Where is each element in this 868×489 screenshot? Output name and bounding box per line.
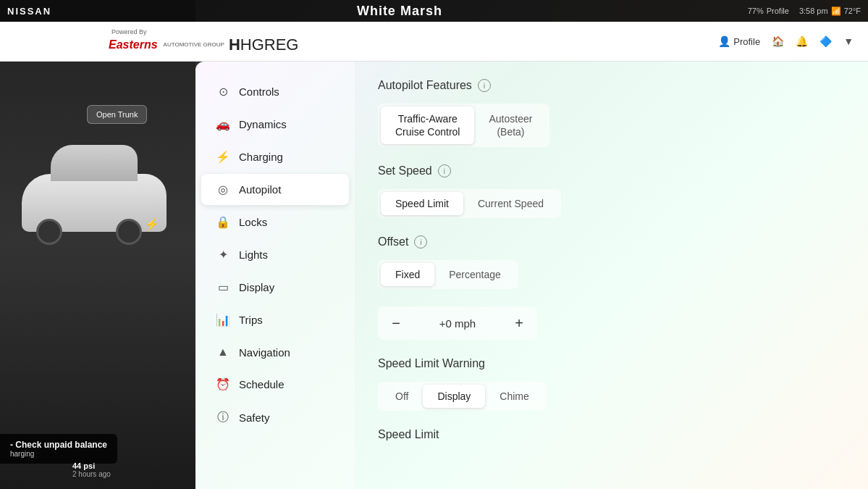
charging-icon: ⚡: [216, 150, 230, 164]
current-speed-button[interactable]: Current Speed: [463, 192, 558, 215]
sidebar-label-charging: Charging: [239, 151, 283, 163]
bluetooth-nav-item[interactable]: 🔷: [819, 35, 832, 47]
offset-stepper: − +0 mph +: [378, 306, 537, 340]
open-trunk-area: Open Trunk: [87, 105, 147, 124]
autopilot-features-label: Autopilot Features: [378, 79, 472, 92]
dynamics-icon: 🚗: [216, 117, 230, 131]
autopilot-features-toggle-group: Traffic-AwareCruise Control Autosteer(Be…: [378, 104, 549, 147]
profile-label: Profile: [767, 7, 789, 15]
autopilot-icon: ◎: [216, 183, 230, 196]
easterns-sub: AUTOMOTIVE GROUP: [164, 41, 224, 49]
easterns-logo: Easterns: [109, 38, 158, 51]
set-speed-toggle-group: Speed Limit Current Speed: [378, 189, 561, 218]
set-speed-section: Set Speed i Speed Limit Current Speed: [378, 164, 845, 218]
profile-nav-item[interactable]: 👤 Profile: [718, 35, 760, 47]
set-speed-info-icon[interactable]: i: [438, 164, 451, 177]
autosteer-button[interactable]: Autosteer(Beta): [474, 106, 547, 144]
sidebar-item-dynamics[interactable]: 🚗 Dynamics: [201, 109, 349, 140]
traffic-aware-button[interactable]: Traffic-AwareCruise Control: [381, 106, 474, 144]
sidebar-item-safety[interactable]: ⓘ Safety: [201, 401, 349, 434]
speed-limit-warning-section: Speed Limit Warning Off Display Chime: [378, 357, 845, 411]
location-title: White Marsh: [59, 4, 741, 19]
autopilot-features-section: Autopilot Features i Traffic-AwareCruise…: [378, 79, 845, 147]
warning-display-button[interactable]: Display: [423, 385, 485, 408]
sidebar-item-display[interactable]: ▭ Display: [201, 272, 349, 303]
notification-title: - Check unpaid balance: [10, 440, 107, 450]
sidebar-label-schedule: Schedule: [239, 378, 285, 390]
sidebar: ⊙ Controls 🚗 Dynamics ⚡ Charging ◎ Autop…: [195, 62, 355, 489]
home-nav-item[interactable]: 🏠: [772, 35, 784, 47]
sidebar-item-charging[interactable]: ⚡ Charging: [201, 141, 349, 172]
offset-label: Offset: [378, 235, 408, 248]
car-front-wheel: [116, 219, 142, 245]
wifi-icon: 📶: [831, 7, 841, 16]
offset-info-icon[interactable]: i: [414, 235, 427, 248]
sidebar-item-navigation[interactable]: ▲ Navigation: [201, 337, 349, 367]
home-icon: 🏠: [772, 35, 784, 47]
main-content: Autopilot Features i Traffic-AwareCruise…: [355, 62, 868, 489]
lights-icon: ✦: [216, 248, 230, 262]
car-rear-wheel: [36, 219, 62, 245]
tire-pressure-time: 2 hours ago: [72, 470, 111, 478]
set-speed-title: Set Speed i: [378, 164, 845, 177]
display-icon: ▭: [216, 280, 230, 294]
autopilot-features-info-icon[interactable]: i: [478, 79, 491, 92]
speed-limit-label: Speed Limit: [378, 428, 439, 441]
safety-icon: ⓘ: [216, 410, 230, 425]
trips-icon: 📊: [216, 313, 230, 327]
bell-nav-item[interactable]: 🔔: [796, 35, 808, 47]
chevron-nav-item[interactable]: ▼: [843, 35, 854, 47]
fixed-offset-button[interactable]: Fixed: [381, 263, 434, 286]
sidebar-label-dynamics: Dynamics: [239, 118, 287, 130]
warning-off-button[interactable]: Off: [381, 385, 423, 408]
time-display: 3:58 pm: [799, 7, 828, 15]
sidebar-label-display: Display: [239, 281, 274, 293]
sidebar-item-trips[interactable]: 📊 Trips: [201, 304, 349, 335]
speed-limit-warning-label: Speed Limit Warning: [378, 357, 485, 370]
speed-limit-title: Speed Limit: [378, 428, 845, 441]
sidebar-label-lights: Lights: [239, 248, 268, 261]
hgreg-logo: H HGREG: [229, 35, 299, 54]
locks-icon: 🔒: [216, 215, 230, 229]
autopilot-features-title: Autopilot Features i: [378, 79, 845, 92]
powered-by-label: Powered By: [111, 28, 147, 35]
sidebar-item-controls[interactable]: ⊙ Controls: [201, 76, 349, 107]
profile-nav-label: Profile: [733, 36, 760, 47]
sidebar-item-locks[interactable]: 🔒 Locks: [201, 206, 349, 238]
car-body: ⚡: [22, 174, 167, 232]
navigation-icon: ▲: [216, 346, 230, 359]
sidebar-item-autopilot[interactable]: ◎ Autopilot: [201, 174, 349, 205]
tesla-ui-panel: ⊙ Controls 🚗 Dynamics ⚡ Charging ◎ Autop…: [195, 62, 868, 489]
tire-pressure-value: 44 psi: [72, 461, 111, 470]
tire-pressure-info: 44 psi 2 hours ago: [72, 461, 111, 478]
speed-limit-section: Speed Limit: [378, 428, 845, 441]
offset-section: Offset i Fixed Percentage − +0 mph +: [378, 235, 845, 340]
offset-increase-button[interactable]: +: [501, 306, 537, 340]
battery-indicator: 77% Profile 3:58 pm 📶 72°F: [748, 7, 861, 16]
bluetooth-icon: 🔷: [819, 35, 832, 47]
sidebar-item-lights[interactable]: ✦ Lights: [201, 239, 349, 270]
notification-subtitle: harging: [10, 450, 107, 458]
speed-limit-button[interactable]: Speed Limit: [381, 192, 463, 215]
car-area: ⚡: [0, 0, 195, 489]
bottom-notification: - Check unpaid balance harging: [0, 434, 117, 464]
sidebar-label-navigation: Navigation: [239, 346, 290, 359]
location-name: White Marsh: [357, 4, 442, 19]
percentage-offset-button[interactable]: Percentage: [434, 263, 515, 286]
set-speed-label: Set Speed: [378, 164, 432, 177]
offset-decrease-button[interactable]: −: [378, 306, 414, 340]
sidebar-label-controls: Controls: [239, 85, 279, 98]
warning-chime-button[interactable]: Chime: [485, 385, 543, 408]
speed-limit-warning-title: Speed Limit Warning: [378, 357, 845, 370]
schedule-icon: ⏰: [216, 377, 230, 391]
car-silhouette: ⚡: [14, 145, 174, 275]
sidebar-label-safety: Safety: [239, 411, 270, 424]
hgreg-nav: 👤 Profile 🏠 🔔 🔷 ▼: [718, 35, 854, 47]
sidebar-label-trips: Trips: [239, 314, 263, 326]
battery-level: 77%: [748, 7, 764, 15]
offset-title: Offset i: [378, 235, 845, 248]
hgreg-dealer-bar: Powered By Easterns AUTOMOTIVE GROUP H H…: [0, 22, 868, 62]
open-trunk-button[interactable]: Open Trunk: [87, 105, 147, 124]
offset-toggle-group: Fixed Percentage: [378, 260, 518, 289]
sidebar-item-schedule[interactable]: ⏰ Schedule: [201, 369, 349, 400]
